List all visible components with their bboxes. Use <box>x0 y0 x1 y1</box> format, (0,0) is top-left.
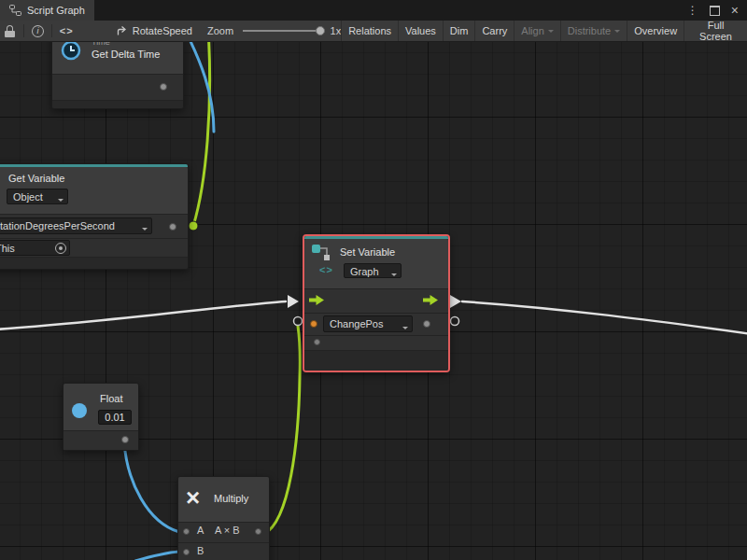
flow-out-arrow-icon[interactable] <box>423 295 438 305</box>
tab-title: Script Graph <box>27 5 85 16</box>
flow-in-arrow-icon[interactable] <box>309 295 324 305</box>
caret-down-icon <box>58 199 63 204</box>
overview-button[interactable]: Overview <box>627 21 684 41</box>
node-title: Float <box>100 393 122 404</box>
menu-icon[interactable]: ⋮ <box>687 0 698 21</box>
node-footer <box>304 350 448 371</box>
zoom-value: 1x <box>331 25 342 36</box>
setvariable-right-value-port[interactable] <box>451 317 459 326</box>
clock-icon <box>60 41 82 62</box>
wire-control-out[interactable] <box>462 301 747 334</box>
node-multiply[interactable]: × Multiply A A × B B <box>177 476 270 560</box>
node-get-variable[interactable]: Get Variable Object RotationDegreesPerSe… <box>0 163 189 270</box>
graph-kind-icon: <> <box>319 264 333 275</box>
object-picker-icon[interactable] <box>55 243 66 254</box>
code-icon[interactable]: <> <box>60 25 74 36</box>
variable-value-input-port[interactable] <box>310 320 317 328</box>
dropdown-value: Object <box>13 190 43 204</box>
toolbar-separator <box>51 24 52 37</box>
caret-down-icon <box>614 30 620 35</box>
float-value: 0.01 <box>105 412 124 423</box>
multiply-input-a-port[interactable] <box>183 528 190 535</box>
dropdown-value: RotationDegreesPerSecond <box>0 219 115 233</box>
toolbar-buttons: Relations Values Dim Carry Align Distrib… <box>341 21 747 41</box>
input-b-label: B <box>197 545 204 556</box>
dim-button[interactable]: Dim <box>443 21 475 41</box>
node-title: Get Variable <box>8 173 64 184</box>
node-port-row <box>304 335 448 350</box>
button-label: Distribute <box>568 25 611 36</box>
align-button[interactable]: Align <box>514 21 559 41</box>
zoom-track <box>243 30 322 32</box>
variable-name-dropdown[interactable]: RotationDegreesPerSecond <box>0 217 152 234</box>
multiply-input-b-port[interactable] <box>183 549 190 555</box>
caret-down-icon <box>402 327 408 332</box>
variable-scope-dropdown[interactable]: Object <box>7 189 68 204</box>
node-get-delta-time[interactable]: Time Get Delta Time <box>51 41 184 109</box>
button-label: Relations <box>348 25 391 36</box>
node-title: Get Delta Time <box>92 49 160 60</box>
script-graph-icon <box>9 5 21 16</box>
deltatime-output-port[interactable] <box>160 83 167 91</box>
distribute-button[interactable]: Distribute <box>560 21 627 41</box>
zoom-slider[interactable] <box>243 25 322 36</box>
jump-arrow-icon <box>117 25 128 36</box>
multiply-output-port[interactable] <box>255 528 261 535</box>
multiply-icon: × <box>186 485 200 510</box>
wire-float-to-multiply[interactable] <box>124 442 179 532</box>
float-value-input[interactable]: 0.01 <box>98 410 132 425</box>
relations-button[interactable]: Relations <box>341 21 398 41</box>
caret-down-icon <box>142 228 148 233</box>
graph-toolbar: i <> RotateSpeed Zoom 1x Relations Value… <box>0 21 747 42</box>
caret-down-icon <box>548 30 554 35</box>
target-object-field[interactable]: This <box>0 240 70 256</box>
dropdown-value: Graph <box>350 265 379 278</box>
dropdown-value: ChangePos <box>330 317 384 331</box>
node-footer <box>52 100 183 108</box>
node-port-row <box>178 542 269 560</box>
float-output-port[interactable] <box>121 436 129 443</box>
set-variable-icon <box>310 243 334 263</box>
node-footer <box>0 257 188 269</box>
variable-name-port[interactable] <box>169 223 176 231</box>
fullscreen-button[interactable]: Full Screen <box>684 21 747 41</box>
output-label: A × B <box>215 525 240 536</box>
caret-down-icon <box>391 273 397 278</box>
button-label: Values <box>405 25 436 36</box>
values-button[interactable]: Values <box>398 21 443 41</box>
info-icon[interactable]: i <box>32 25 44 37</box>
extra-port[interactable] <box>314 339 320 345</box>
node-title: Multiply <box>214 493 248 504</box>
variable-output-port[interactable] <box>423 320 430 328</box>
flow-input-arrow-port[interactable] <box>288 295 299 308</box>
setvariable-left-value-port[interactable] <box>294 317 303 326</box>
wire-bottom-to-multiply-b[interactable] <box>135 552 179 560</box>
getvariable-output-port[interactable] <box>189 221 198 231</box>
zoom-label: Zoom <box>207 25 233 36</box>
tab-script-graph[interactable]: Script Graph <box>0 0 94 21</box>
graph-canvas[interactable]: Time Get Delta Time Get Variable Object … <box>0 41 747 560</box>
maximize-icon[interactable] <box>710 6 720 16</box>
button-label: Align <box>521 25 543 36</box>
toolbar-separator <box>23 24 24 37</box>
button-label: Carry <box>482 25 507 36</box>
node-title: Set Variable <box>340 246 395 258</box>
variable-name-dropdown[interactable]: ChangePos <box>323 315 413 332</box>
zoom-knob[interactable] <box>316 26 325 35</box>
flow-output-arrow-port[interactable] <box>450 295 461 308</box>
close-icon[interactable]: × <box>731 0 739 21</box>
variable-scope-dropdown[interactable]: Graph <box>344 263 402 278</box>
wire-control-in[interactable] <box>0 301 286 329</box>
lock-body <box>5 31 15 37</box>
button-label: Full Screen <box>691 20 740 42</box>
graph-reference[interactable]: RotateSpeed <box>117 25 192 36</box>
node-set-variable[interactable]: Set Variable <> Graph ChangePos <box>303 234 450 372</box>
carry-button[interactable]: Carry <box>474 21 514 41</box>
float-icon <box>72 403 87 418</box>
target-label: This <box>0 242 15 256</box>
node-float[interactable]: Float 0.01 <box>63 383 139 451</box>
window-controls: ⋮ × <box>687 0 747 21</box>
lock-icon[interactable] <box>5 25 16 37</box>
graph-name-label: RotateSpeed <box>133 25 192 36</box>
tab-strip: Script Graph ⋮ × <box>0 0 747 21</box>
